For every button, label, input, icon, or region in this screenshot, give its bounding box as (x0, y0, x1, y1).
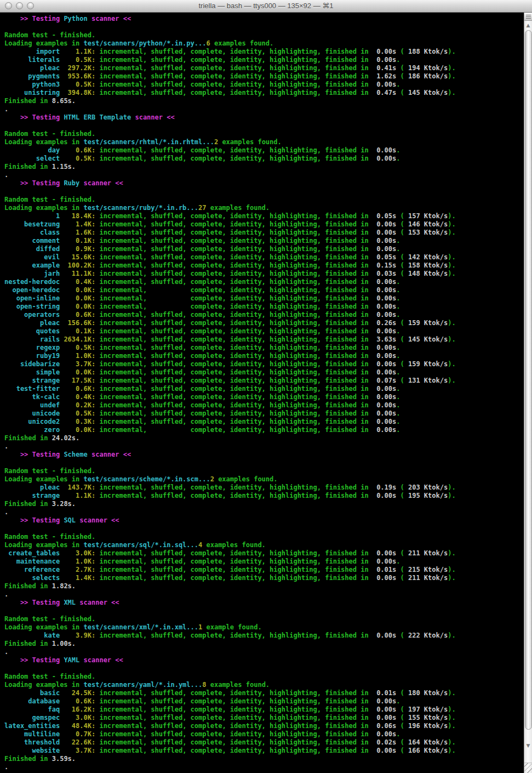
text-segment: select (4, 155, 60, 162)
text-segment: 0.4K: (60, 393, 95, 401)
text-segment: 0.00s (373, 245, 396, 253)
text-segment: 0.6K: (60, 311, 95, 319)
terminal-line: evil 15.6K: incremental, shuffled, compl… (4, 253, 524, 262)
text-segment: 0.6K: (60, 697, 95, 705)
terminal-line: pleac 297.2K: incremental, shuffled, com… (4, 64, 524, 72)
terminal-line: >> Testing YAML scanner << (4, 656, 524, 664)
scroll-down-button[interactable]: ▼ (524, 741, 532, 750)
text-segment: 3.59s. (52, 755, 76, 763)
text-segment: 166 Ktok/s (404, 747, 448, 754)
title-bar[interactable]: triella — bash — ttys000 — 135×92 — ⌘1 (0, 0, 532, 13)
terminal-line (4, 664, 524, 673)
text-segment: . (396, 344, 400, 351)
text-segment: 1.1K: (60, 492, 95, 499)
terminal-line: quotes 0.1K: incremental, shuffled, comp… (4, 327, 524, 336)
split-pane-button[interactable] (524, 13, 532, 21)
text-segment: 0.00s (373, 220, 396, 228)
text-segment: scanner << (76, 599, 119, 606)
text-segment: 1.4K: (60, 574, 95, 582)
text-segment: 0.00s (373, 558, 396, 565)
text-segment: 159 Ktok/s (404, 360, 448, 368)
text-segment: 0.26s (373, 319, 396, 327)
text-segment: incremental, shuffled, complete, identit… (95, 56, 373, 64)
terminal-line: create_tables 3.0K: incremental, shuffle… (4, 549, 524, 558)
text-segment: open-heredoc (4, 286, 60, 294)
terminal-line: pleac 143.7K: incremental, shuffled, com… (4, 484, 524, 492)
text-segment: ). (448, 549, 455, 557)
text-segment: incremental, shuffled, complete, identit… (95, 64, 373, 72)
text-segment: 24.02s. (52, 434, 80, 442)
text-segment: ( (396, 747, 404, 754)
text-segment: 0.41s (373, 64, 396, 72)
terminal-line: . (4, 105, 524, 113)
text-segment: import (4, 48, 60, 55)
terminal-line (4, 459, 524, 467)
text-segment: day (4, 146, 60, 154)
text-segment: undef (4, 401, 60, 409)
text-segment: incremental, shuffled, complete, identit… (95, 262, 373, 269)
terminal-content-area[interactable]: >> Testing Python scanner <<Random test … (0, 13, 524, 773)
text-segment: . (396, 303, 400, 310)
text-segment: 0.00s (373, 360, 396, 368)
text-segment: Scheme (64, 451, 87, 458)
text-segment: 1.1K: (60, 48, 95, 55)
terminal-line: basic 24.5K: incremental, shuffled, comp… (4, 689, 524, 697)
text-segment: . (396, 558, 400, 565)
text-segment: 953.6K: (60, 72, 95, 80)
text-segment: incremental, shuffled, complete, identit… (95, 730, 373, 738)
scrollbar-thumb[interactable] (525, 30, 532, 730)
terminal-line: zero 0.0K: incremental, complete, identi… (4, 426, 524, 434)
text-segment: . (396, 385, 400, 393)
terminal-line: undef 0.2K: incremental, shuffled, compl… (4, 401, 524, 410)
text-segment: incremental, shuffled, complete, identit… (95, 689, 373, 697)
text-segment: ). (448, 48, 455, 55)
text-segment: 0.1K: (60, 237, 95, 245)
terminal-line: >> Testing HTML ERB Template scanner << (4, 113, 524, 122)
text-segment: SQL (64, 516, 76, 524)
text-segment: Loading examples in (4, 541, 84, 549)
terminal-line: open-heredoc 0.0K: incremental, complete… (4, 286, 524, 294)
text-segment: incremental, shuffled, complete, identit… (95, 81, 373, 88)
text-segment: 0.00s (373, 327, 396, 335)
text-segment: 0.00s (373, 418, 396, 425)
terminal-line: Finished in 8.65s. (4, 97, 524, 105)
text-segment: 195 Ktok/s (404, 492, 448, 499)
terminal-line: database 0.6K: incremental, shuffled, co… (4, 697, 524, 706)
text-segment: 158 Ktok/s (404, 262, 448, 269)
scroll-up-button[interactable]: ▲ (524, 21, 532, 30)
text-segment: . (396, 294, 400, 302)
text-segment: open-string (4, 303, 60, 310)
resize-grip[interactable] (524, 763, 532, 773)
text-segment: ( (396, 689, 404, 697)
text-segment: 0.00s (373, 368, 396, 376)
text-segment: incremental, shuffled, complete, identit… (95, 410, 373, 417)
text-segment: ). (448, 89, 455, 96)
terminal-line: threshold 22.6K: incremental, shuffled, … (4, 738, 524, 747)
text-segment: incremental, shuffled, complete, identit… (95, 393, 373, 401)
text-segment: incremental, shuffled, complete, identit… (95, 253, 373, 261)
text-segment: Random test - finished. (4, 130, 95, 138)
terminal-line: Random test - finished. (4, 467, 524, 475)
text-segment: Random test - finished. (4, 196, 95, 203)
text-segment: kate (4, 632, 60, 639)
scrollbar[interactable]: ▲ ▼ (524, 13, 532, 773)
text-segment: 0.00s (373, 286, 396, 294)
terminal-line: nested-heredoc 0.4K: incremental, shuffl… (4, 278, 524, 286)
terminal-line: Loading examples in test/scanners/ruby/*… (4, 204, 524, 212)
text-segment: ). (448, 738, 455, 746)
text-segment: 0.4K: (60, 278, 95, 286)
terminal-line: open-inline 0.0K: incremental, complete,… (4, 294, 524, 303)
text-segment: pleac (4, 319, 60, 327)
text-segment: ( (396, 64, 404, 72)
text-segment: >> Testing (4, 656, 64, 664)
text-segment: 3.7K: (60, 360, 95, 368)
text-segment: 15.6K: (60, 253, 95, 261)
terminal-line: Random test - finished. (4, 196, 524, 204)
text-segment: incremental, shuffled, complete, identit… (95, 245, 373, 253)
text-segment: . (396, 730, 400, 738)
text-segment: 0.00s (373, 385, 396, 393)
text-segment: 0.6K: (60, 385, 95, 393)
terminal-line: Loading examples in test/scanners/rhtml/… (4, 138, 524, 146)
terminal-line: comment 0.1K: incremental, shuffled, com… (4, 237, 524, 245)
text-segment: incremental, shuffled, complete, identit… (95, 146, 373, 154)
